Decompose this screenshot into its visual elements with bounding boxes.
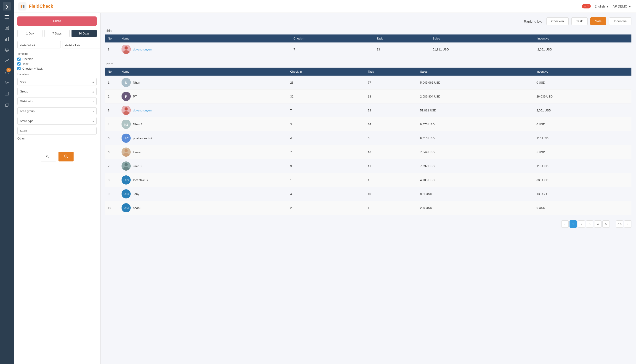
row-checkin: 2 — [287, 201, 365, 215]
page-btn-1[interactable]: 1 — [569, 220, 577, 228]
this-col-checkin: Check-in — [291, 34, 374, 42]
row-incentive: 880 USD — [534, 173, 631, 187]
table-row: 9 U.C Tony 4 10 881 USD 13 USD — [105, 187, 631, 201]
row-incentive: 118 USD — [534, 159, 631, 173]
svg-rect-11 — [5, 92, 9, 95]
day-btn-1[interactable]: 1 Day — [17, 30, 43, 37]
page-btn-5[interactable]: 5 — [602, 220, 610, 228]
row-task: 16 — [365, 145, 417, 159]
logo-area: FieldCheck — [18, 2, 53, 10]
team-col-incentive: Incentive — [534, 68, 631, 76]
sidebar-icon-alerts[interactable] — [2, 45, 12, 54]
reset-button[interactable] — [41, 152, 56, 162]
row-no: 3 — [105, 42, 119, 56]
sidebar-toggle[interactable]: ❯ — [3, 2, 11, 10]
rank-btn-checkin[interactable]: Check-in — [546, 17, 569, 25]
sidebar-icon-users[interactable]: 20 — [2, 67, 12, 76]
date-range: 2022-03-21 2022-04-20 — [17, 41, 97, 48]
next-page-btn[interactable]: › — [624, 220, 631, 228]
user-name: Nhan 2 — [133, 123, 143, 126]
rank-btn-task[interactable]: Task — [571, 17, 587, 25]
sidebar-icon-menu[interactable] — [2, 12, 12, 22]
task-label: Task — [23, 62, 29, 66]
row-sales: 2,086,804 USD — [417, 90, 534, 104]
rank-btn-sale[interactable]: Sale — [590, 17, 606, 25]
avatar: U.C — [122, 203, 131, 212]
task-checkbox[interactable] — [17, 62, 21, 66]
row-task: 1 — [365, 173, 417, 187]
this-section-title: This — [105, 29, 631, 33]
page-btn-last[interactable]: 785 — [616, 220, 623, 228]
location-label: Location — [17, 72, 97, 76]
area-dropdown[interactable]: Area — [17, 78, 97, 86]
language-selector[interactable]: English ▼ — [594, 4, 609, 8]
row-incentive: 0 USD — [534, 201, 631, 215]
svg-text:N: N — [125, 81, 127, 84]
page-dots: ... — [611, 222, 615, 226]
row-no: 7 — [105, 159, 119, 173]
search-button[interactable] — [59, 152, 74, 162]
user-name: Tony — [133, 192, 139, 196]
this-col-no: No. — [105, 34, 119, 42]
row-name: P PT — [119, 90, 287, 104]
user-name-link[interactable]: duyen.nguyen — [133, 48, 152, 51]
row-checkin: 7 — [291, 42, 374, 56]
row-checkin: 1 — [287, 173, 365, 187]
sidebar-icon-copy[interactable] — [2, 100, 12, 109]
date-from-input[interactable]: 2022-03-21 — [17, 41, 61, 48]
user-selector[interactable]: AP DEMO ▼ — [613, 4, 631, 8]
svg-point-31 — [125, 149, 128, 152]
svg-rect-2 — [5, 18, 9, 18]
day-filter-buttons: 1 Day 7 Days 30 Days — [17, 30, 97, 37]
row-task: 11 — [365, 159, 417, 173]
sidebar-icon-analytics[interactable] — [2, 34, 12, 44]
sidebar-icon-reports[interactable] — [2, 23, 12, 32]
page-btn-2[interactable]: 2 — [578, 220, 585, 228]
page-btn-3[interactable]: 3 — [586, 220, 593, 228]
avatar: N2 — [122, 120, 131, 129]
row-checkin: 4 — [287, 187, 365, 201]
pagination: ‹ 1 2 3 4 5 ... 785 › — [105, 220, 631, 228]
area-group-dropdown[interactable]: Area group — [17, 107, 97, 115]
user-name: Incentive B — [133, 178, 148, 182]
user-name: Laura — [133, 150, 141, 154]
day-btn-7[interactable]: 7 Days — [44, 30, 70, 37]
sidebar-icon-trends[interactable] — [2, 56, 12, 65]
store-type-dropdown[interactable]: Store type — [17, 117, 97, 125]
row-task: 77 — [365, 76, 417, 90]
checkin-checkbox[interactable] — [17, 58, 21, 61]
store-input[interactable] — [17, 127, 97, 134]
row-name: duyen.nguyen — [119, 104, 287, 118]
svg-rect-0 — [5, 15, 9, 16]
filter-button[interactable]: Filter — [17, 16, 97, 26]
main-wrapper: FieldCheck ⚠ 1 English ▼ AP DEMO ▼ Filte… — [14, 0, 636, 364]
day-btn-30[interactable]: 30 Days — [72, 30, 97, 37]
row-sales: 9,675 USD — [417, 118, 534, 131]
table-row: 7 user B 3 11 7,037 USD 118 USD — [105, 159, 631, 173]
user-label: AP DEMO — [613, 4, 627, 8]
logo-icon — [18, 2, 27, 10]
checkin-task-checkbox[interactable] — [17, 67, 21, 70]
sidebar-icon-list[interactable] — [2, 89, 12, 98]
row-sales: 51,811 USD — [417, 104, 534, 118]
user-dropdown-icon: ▼ — [628, 4, 631, 8]
rank-btn-incentive[interactable]: Incentive — [609, 17, 631, 25]
sidebar-icon-settings[interactable] — [2, 78, 12, 87]
group-dropdown-wrapper: Group — [17, 88, 97, 95]
page-btn-4[interactable]: 4 — [594, 220, 601, 228]
table-row: 5 U.C phattestandroid 4 5 8,513 USD 115 … — [105, 131, 631, 145]
svg-point-34 — [125, 163, 128, 166]
this-table: No. Name Check-in Task Sales Incentive 3 — [105, 34, 631, 56]
group-dropdown[interactable]: Group — [17, 88, 97, 95]
avatar — [122, 45, 131, 54]
row-name: N2 Nhan 2 — [119, 118, 287, 131]
row-no: 8 — [105, 173, 119, 187]
notification-count: 1 — [587, 4, 589, 8]
prev-page-btn[interactable]: ‹ — [561, 220, 569, 228]
user-name-link[interactable]: duyen.nguyen — [133, 109, 152, 112]
notification-badge[interactable]: ⚠ 1 — [582, 4, 591, 8]
main-content: Ranking by: Check-in Task Sale Incentive… — [101, 13, 636, 364]
row-checkin: 4 — [287, 131, 365, 145]
distributor-dropdown[interactable]: Distributor — [17, 98, 97, 105]
date-to-input[interactable]: 2022-04-20 — [63, 41, 101, 48]
